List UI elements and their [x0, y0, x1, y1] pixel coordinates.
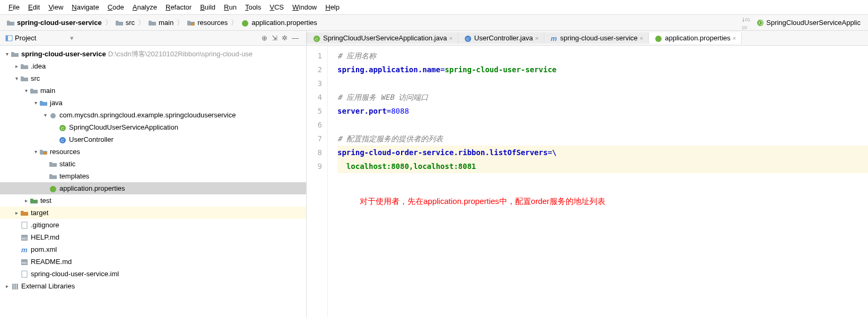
menu-refactor[interactable]: Refactor — [161, 2, 196, 12]
tree-row-14[interactable]: .gitignore — [0, 219, 306, 231]
code-line-8[interactable]: spring-cloud-order-service.ribbon.listOf… — [337, 146, 868, 159]
editor-area: CSpringCloudUserServiceApplication.java×… — [307, 31, 868, 317]
tree-row-4[interactable]: ▾java — [0, 97, 306, 109]
annotation-text: 对于使用者，先在application.properties中，配置order服… — [360, 194, 605, 208]
breadcrumb-3[interactable]: resources — [185, 19, 230, 27]
tree-row-17[interactable]: MDREADME.md — [0, 256, 306, 268]
tab-close-icon[interactable]: × — [535, 35, 538, 41]
tree-row-13[interactable]: ▸target — [0, 207, 306, 219]
tree-row-9[interactable]: static — [0, 158, 306, 170]
svg-rect-3 — [6, 36, 8, 41]
code-line-7[interactable]: # 配置指定服务的提供者的列表 — [337, 132, 868, 146]
project-view-selector[interactable]: Project ▾ — [3, 34, 76, 42]
project-label: Project — [15, 34, 36, 42]
tree-row-16[interactable]: mpom.xml — [0, 243, 306, 256]
gutter: 123456789 — [307, 46, 328, 317]
menu-view[interactable]: View — [44, 2, 67, 12]
svg-text:m: m — [551, 35, 557, 42]
tree-row-3[interactable]: ▾main — [0, 84, 306, 97]
locate-icon[interactable]: ⊕ — [261, 33, 268, 43]
menu-help[interactable]: Help — [321, 2, 344, 12]
svg-rect-10 — [22, 222, 27, 228]
settings-icon[interactable]: ✲ — [281, 33, 289, 43]
menu-run[interactable]: Run — [220, 2, 241, 12]
editor-tab-1[interactable]: CUserController.java× — [458, 32, 544, 44]
menu-build[interactable]: Build — [196, 2, 220, 12]
code-line-5[interactable]: server.port=8088 — [337, 104, 868, 118]
svg-point-4 — [50, 113, 56, 118]
menu-vcs[interactable]: VCS — [265, 2, 288, 12]
breadcrumb-2[interactable]: main — [146, 19, 176, 27]
tree-row-0[interactable]: ▾spring-cloud-user-service D:\csdn博客\202… — [0, 48, 306, 60]
code-line-3[interactable] — [337, 76, 868, 90]
expand-icon[interactable]: ⇲ — [271, 33, 279, 43]
breadcrumb-1[interactable]: src — [113, 19, 137, 27]
breadcrumb-bar: spring-cloud-user-service〉src〉main〉resou… — [0, 15, 868, 31]
code-line-4[interactable]: # 应用服务 WEB 访问端口 — [337, 90, 868, 104]
code-line-1[interactable]: # 应用名称 — [337, 49, 868, 63]
menu-analyze[interactable]: Analyze — [128, 2, 161, 12]
svg-text:C: C — [315, 37, 318, 41]
code-line-9[interactable]: localhost:8080,localhost:8081 — [337, 159, 868, 173]
hide-icon[interactable]: — — [291, 33, 300, 43]
code-content[interactable]: # 应用名称spring.application.name=spring-clo… — [328, 46, 868, 317]
project-toolbar: Project ▾ ⊕ ⇲ ✲ — — [0, 31, 306, 46]
code-editor[interactable]: 123456789 # 应用名称spring.application.name=… — [307, 46, 868, 317]
menu-bar: FileEditViewNavigateCodeAnalyzeRefactorB… — [0, 0, 868, 15]
tab-close-icon[interactable]: × — [449, 35, 452, 41]
menu-file[interactable]: File — [4, 2, 24, 12]
tree-row-6[interactable]: CSpringCloudUserServiceApplication — [0, 121, 306, 133]
editor-tab-2[interactable]: mspring-cloud-user-service× — [544, 32, 649, 44]
tree-row-15[interactable]: MDHELP.md — [0, 231, 306, 243]
tree-row-10[interactable]: templates — [0, 170, 306, 182]
code-line-6[interactable] — [337, 118, 868, 132]
tree-row-19[interactable]: ▸External Libraries — [0, 280, 306, 292]
sync-icon[interactable]: ↓0110 — [739, 15, 754, 31]
menu-code[interactable]: Code — [103, 2, 128, 12]
tree-row-7[interactable]: CUserController — [0, 133, 306, 146]
editor-tabs: CSpringCloudUserServiceApplication.java×… — [307, 31, 868, 46]
svg-rect-19 — [16, 284, 18, 290]
editor-tab-0[interactable]: CSpringCloudUserServiceApplication.java× — [307, 32, 458, 44]
menu-tools[interactable]: Tools — [241, 2, 265, 12]
tree-row-1[interactable]: ▸.idea — [0, 60, 306, 72]
tree-row-8[interactable]: ▾resources — [0, 146, 306, 158]
tree-row-2[interactable]: ▾src — [0, 72, 306, 84]
svg-rect-16 — [22, 271, 27, 277]
breadcrumb-0[interactable]: spring-cloud-user-service — [4, 19, 104, 27]
code-line-2[interactable]: spring.application.name=spring-cloud-use… — [337, 63, 868, 76]
menu-edit[interactable]: Edit — [24, 2, 44, 12]
svg-text:C: C — [61, 138, 64, 143]
svg-text:C: C — [61, 126, 64, 131]
menu-window[interactable]: Window — [288, 2, 321, 12]
tree-row-12[interactable]: ▸test — [0, 194, 306, 207]
svg-rect-0 — [191, 23, 194, 25]
tree-row-18[interactable]: spring-cloud-user-service.iml — [0, 268, 306, 280]
tab-close-icon[interactable]: × — [640, 35, 643, 41]
run-config-selector[interactable]: SpringCloudUserServiceApplic — [753, 19, 864, 27]
svg-rect-9 — [44, 152, 47, 155]
tab-close-icon[interactable]: × — [733, 35, 736, 41]
editor-tab-3[interactable]: application.properties× — [649, 32, 742, 44]
svg-text:MD: MD — [22, 261, 27, 265]
svg-text:C: C — [466, 37, 470, 41]
menu-navigate[interactable]: Navigate — [67, 2, 103, 12]
svg-text:m: m — [21, 246, 28, 253]
tree-row-5[interactable]: ▾com.mycsdn.springcloud.example.springcl… — [0, 109, 306, 121]
project-sidebar: Project ▾ ⊕ ⇲ ✲ — ▾spring-cloud-user-ser… — [0, 31, 307, 317]
breadcrumb-4[interactable]: application.properties — [239, 19, 319, 27]
svg-rect-18 — [14, 284, 16, 290]
svg-text:MD: MD — [22, 237, 27, 240]
project-tree[interactable]: ▾spring-cloud-user-service D:\csdn博客\202… — [0, 46, 306, 294]
run-config-label: SpringCloudUserServiceApplic — [766, 19, 861, 27]
svg-rect-17 — [12, 284, 14, 290]
tree-row-11[interactable]: application.properties — [0, 182, 306, 194]
